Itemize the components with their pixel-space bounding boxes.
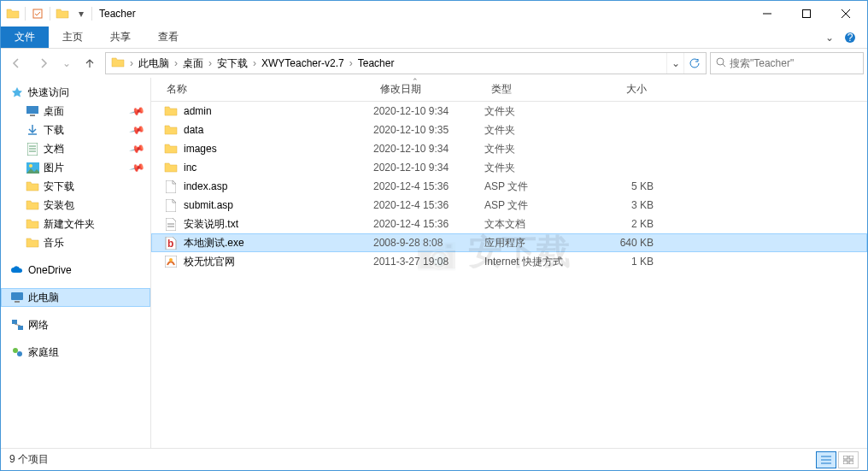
file-type: ASP 文件 xyxy=(484,180,585,194)
file-row[interactable]: submit.asp2020-12-4 15:36ASP 文件3 KB xyxy=(151,196,867,215)
column-name[interactable]: 名称 xyxy=(151,78,373,101)
file-icon xyxy=(163,197,179,213)
address-bar[interactable]: › 此电脑 › 桌面 › 安下载 › XWYTeacher-v2.7 › Tea… xyxy=(105,52,707,74)
pin-icon: 📌 xyxy=(129,140,146,157)
file-date: 2020-12-10 9:35 xyxy=(373,124,484,136)
txt-icon xyxy=(163,216,179,232)
file-date: 2011-3-27 19:08 xyxy=(373,256,484,268)
tab-view[interactable]: 查看 xyxy=(144,26,192,48)
sidebar-item[interactable]: 音乐 xyxy=(1,233,150,252)
breadcrumb-item[interactable]: 桌面 xyxy=(179,53,207,74)
separator xyxy=(25,7,26,21)
folder-icon xyxy=(6,7,20,21)
address-dropdown-icon[interactable]: ⌄ xyxy=(666,53,683,74)
file-list[interactable]: 📷 安下载 admin2020-12-10 9:34文件夹data2020-12… xyxy=(151,102,867,448)
svg-point-16 xyxy=(29,164,32,168)
sidebar-item-label: OneDrive xyxy=(28,264,72,276)
item-count: 9 个项目 xyxy=(9,452,49,467)
file-name: inc xyxy=(184,162,373,174)
forward-button[interactable] xyxy=(32,51,56,75)
document-icon xyxy=(25,141,40,156)
sidebar-item[interactable]: 下载📌 xyxy=(1,121,150,139)
svg-rect-2 xyxy=(803,10,811,18)
qat-properties-icon[interactable] xyxy=(31,7,44,21)
close-button[interactable] xyxy=(826,1,865,26)
icons-view-button[interactable] xyxy=(838,451,859,468)
file-row[interactable]: data2020-12-10 9:35文件夹 xyxy=(151,121,867,139)
up-button[interactable] xyxy=(78,51,102,75)
svg-rect-20 xyxy=(18,326,23,330)
chevron-right-icon[interactable]: › xyxy=(348,57,355,69)
svg-text:b: b xyxy=(167,238,173,250)
pin-icon: 📌 xyxy=(129,103,146,120)
chevron-right-icon[interactable]: › xyxy=(173,57,179,69)
file-date: 2020-12-4 15:36 xyxy=(373,218,484,230)
svg-rect-19 xyxy=(12,320,17,324)
file-row[interactable]: inc2020-12-10 9:34文件夹 xyxy=(151,158,867,177)
file-row[interactable]: index.asp2020-12-4 15:36ASP 文件5 KB xyxy=(151,177,867,196)
maximize-button[interactable] xyxy=(787,1,826,26)
file-row[interactable]: 安装说明.txt2020-12-4 15:36文本文档2 KB xyxy=(151,215,867,233)
chevron-right-icon[interactable]: › xyxy=(207,57,214,69)
tab-home[interactable]: 主页 xyxy=(49,26,97,48)
picture-icon xyxy=(25,160,40,175)
sidebar-item-label: 音乐 xyxy=(44,236,64,250)
file-row[interactable]: images2020-12-10 9:34文件夹 xyxy=(151,139,867,158)
svg-rect-0 xyxy=(33,9,42,18)
minimize-button[interactable] xyxy=(748,1,787,26)
tab-share[interactable]: 共享 xyxy=(97,26,144,48)
chevron-right-icon[interactable]: › xyxy=(251,57,258,69)
sidebar-item[interactable]: 文档📌 xyxy=(1,139,150,158)
column-size[interactable]: 大小 xyxy=(585,78,654,101)
back-button[interactable] xyxy=(4,51,28,75)
file-row[interactable]: admin2020-12-10 9:34文件夹 xyxy=(151,102,867,121)
folder-icon xyxy=(163,141,179,156)
svg-rect-17 xyxy=(11,292,23,300)
breadcrumb-item[interactable]: 此电脑 xyxy=(135,53,173,74)
file-date: 2020-12-4 15:36 xyxy=(373,180,484,192)
column-type[interactable]: 类型 xyxy=(484,78,585,101)
file-type: 文件夹 xyxy=(484,123,585,138)
sidebar-quick-access[interactable]: 快速访问 xyxy=(1,83,150,102)
breadcrumb-item[interactable]: XWYTeacher-v2.7 xyxy=(258,53,348,74)
file-size: 5 KB xyxy=(585,180,654,192)
tab-file[interactable]: 文件 xyxy=(1,26,49,48)
recent-dropdown-icon[interactable]: ⌄ xyxy=(59,51,74,75)
search-box[interactable] xyxy=(710,52,864,74)
svg-line-8 xyxy=(723,64,725,67)
ribbon-expand-icon[interactable]: ⌄ xyxy=(819,26,840,48)
navigation-pane: 快速访问 桌面📌下载📌文档📌图片📌安下载安装包新建文件夹音乐 OneDrive … xyxy=(1,78,151,448)
column-date[interactable]: 修改日期 xyxy=(373,78,484,101)
qat-dropdown-icon[interactable]: ▾ xyxy=(76,7,86,21)
svg-rect-10 xyxy=(30,115,35,116)
sort-indicator-icon: ⌃ xyxy=(412,78,419,85)
column-headers: ⌃ 名称 修改日期 类型 大小 xyxy=(151,78,867,102)
sidebar-onedrive[interactable]: OneDrive xyxy=(1,261,150,280)
file-date: 2020-12-10 9:34 xyxy=(373,143,484,155)
homegroup-icon xyxy=(9,344,25,360)
file-name: admin xyxy=(184,105,373,117)
sidebar-network[interactable]: 网络 xyxy=(1,315,150,334)
separator xyxy=(91,7,92,21)
pc-icon xyxy=(9,290,25,305)
breadcrumb-item[interactable]: 安下载 xyxy=(214,53,251,74)
sidebar-item[interactable]: 桌面📌 xyxy=(1,102,150,121)
chevron-right-icon[interactable]: › xyxy=(128,57,135,69)
breadcrumb-item[interactable]: Teacher xyxy=(355,53,398,74)
sidebar-item[interactable]: 安装包 xyxy=(1,196,150,215)
svg-rect-32 xyxy=(843,456,847,459)
sidebar-item[interactable]: 新建文件夹 xyxy=(1,215,150,233)
details-view-button[interactable] xyxy=(816,451,836,468)
svg-line-21 xyxy=(15,324,21,326)
file-row[interactable]: 校无忧官网2011-3-27 19:08Internet 快捷方式1 KB xyxy=(151,252,867,271)
sidebar-homegroup[interactable]: 家庭组 xyxy=(1,343,150,362)
file-type: 应用程序 xyxy=(484,236,585,250)
search-input[interactable] xyxy=(730,57,858,69)
sidebar-item[interactable]: 安下载 xyxy=(1,177,150,196)
refresh-icon[interactable] xyxy=(683,53,704,74)
sidebar-this-pc[interactable]: 此电脑 xyxy=(1,288,150,307)
sidebar-item[interactable]: 图片📌 xyxy=(1,158,150,177)
sidebar-item-label: 此电脑 xyxy=(28,291,59,305)
file-row[interactable]: b本地测试.exe2008-9-28 8:08应用程序640 KB xyxy=(151,233,867,252)
help-icon[interactable]: ? xyxy=(840,26,860,48)
